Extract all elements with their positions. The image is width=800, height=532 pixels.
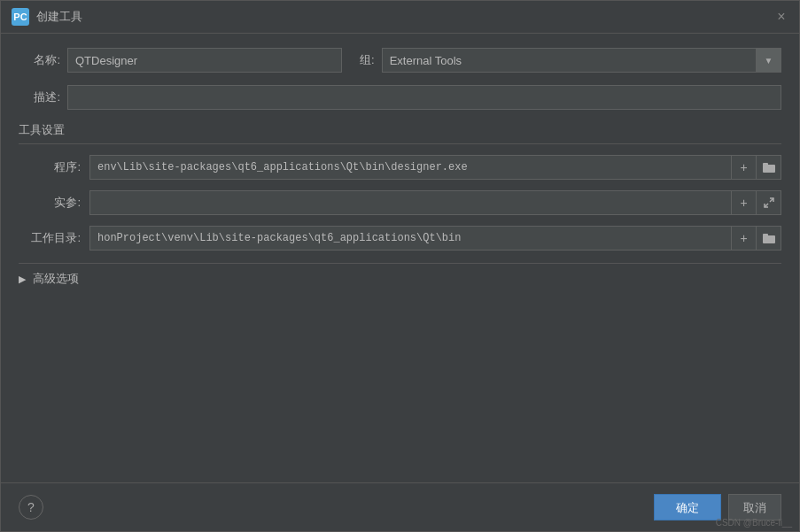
name-input[interactable] (67, 48, 342, 73)
args-input-container: + (89, 190, 781, 215)
footer: ? 确定 取消 (1, 482, 799, 531)
program-browse-button[interactable] (757, 155, 781, 180)
folder-icon (763, 162, 775, 173)
args-row: 实参: + (19, 190, 781, 215)
workdir-row: 工作目录: + (19, 226, 781, 251)
svg-rect-1 (763, 163, 768, 166)
desc-input[interactable] (67, 85, 781, 110)
args-label: 实参: (27, 195, 89, 211)
workdir-add-button[interactable]: + (732, 226, 757, 251)
svg-rect-4 (763, 235, 775, 243)
tool-settings-section: 工具设置 程序: + 实参: (19, 122, 781, 251)
dialog-content: 名称: 组: External Tools ▼ 描述: 工具设置 程序: (1, 34, 799, 308)
group-value: External Tools (383, 50, 756, 71)
workdir-browse-button[interactable] (757, 226, 781, 251)
close-button[interactable]: × (774, 10, 788, 24)
workdir-input[interactable] (89, 226, 732, 251)
svg-rect-5 (763, 234, 768, 236)
advanced-arrow-icon: ▶ (19, 274, 26, 285)
args-input[interactable] (89, 190, 732, 215)
advanced-toggle[interactable]: ▶ 高级选项 (19, 263, 781, 294)
tool-settings-title: 工具设置 (19, 122, 781, 144)
name-group-row: 名称: 组: External Tools ▼ (19, 48, 781, 73)
dialog-container: PC 创建工具 × 名称: 组: External Tools ▼ 描述: (0, 0, 800, 532)
group-section: 组: External Tools ▼ (360, 48, 781, 73)
workdir-input-container: + (89, 226, 781, 251)
advanced-section: ▶ 高级选项 (19, 263, 781, 294)
args-expand-button[interactable] (757, 190, 781, 215)
name-label: 名称: (19, 52, 67, 68)
group-dropdown[interactable]: External Tools ▼ (382, 48, 781, 73)
dialog-title: 创建工具 (36, 9, 788, 25)
args-add-button[interactable]: + (732, 190, 757, 215)
dropdown-arrow-icon: ▼ (756, 49, 781, 72)
help-button[interactable]: ? (19, 495, 43, 520)
watermark: CSDN @Bruce-li__ (716, 518, 792, 528)
cancel-button[interactable]: 取消 (728, 494, 781, 520)
desc-label: 描述: (19, 89, 67, 105)
program-label: 程序: (27, 159, 89, 175)
expand-icon (764, 197, 774, 208)
program-row: 程序: + (19, 155, 781, 180)
ok-button[interactable]: 确定 (654, 494, 721, 520)
workdir-label: 工作目录: (27, 230, 89, 246)
group-label: 组: (360, 52, 375, 68)
program-input[interactable] (89, 155, 732, 180)
desc-row: 描述: (19, 85, 781, 110)
program-input-container: + (89, 155, 781, 180)
advanced-title: 高级选项 (33, 271, 79, 287)
folder-icon (763, 233, 775, 243)
title-bar: PC 创建工具 × (1, 1, 799, 34)
svg-rect-0 (763, 165, 775, 173)
app-icon: PC (12, 8, 29, 26)
program-add-button[interactable]: + (732, 155, 757, 180)
